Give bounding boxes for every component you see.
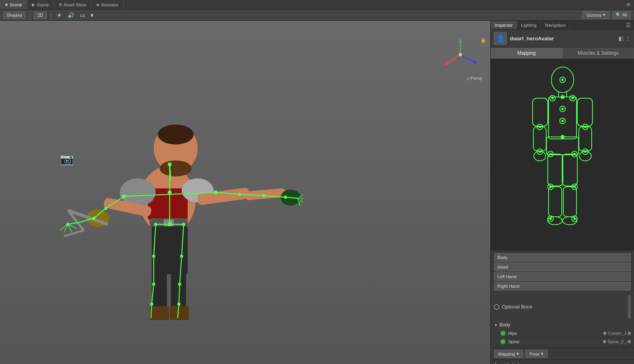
audio-icon[interactable]: 🔊 (66, 11, 76, 19)
svg-point-65 (182, 223, 185, 226)
tab-mapping[interactable]: Mapping (491, 47, 563, 59)
tab-animator[interactable]: ◈ Animator (91, 0, 124, 9)
svg-point-58 (104, 207, 107, 210)
sun-icon[interactable]: ☀ (55, 11, 63, 19)
pose-bottom-btn[interactable]: Pose ▾ (525, 350, 548, 358)
tab-scene[interactable]: ⊕ Scene (0, 0, 27, 9)
scene-background: 📷 (0, 21, 490, 364)
svg-rect-15 (150, 306, 169, 320)
gizmos-button[interactable]: Gizmos ▾ (582, 11, 610, 19)
mapping-bottom-label: Mapping (498, 352, 515, 356)
svg-point-104 (561, 135, 565, 139)
svg-point-81 (459, 53, 462, 56)
tab-inspector[interactable]: Inspector (491, 21, 517, 29)
mapping-dropdown-arrow: ▾ (517, 351, 519, 356)
spine-value-dot2 (628, 340, 631, 343)
svg-point-62 (262, 194, 265, 197)
svg-line-75 (448, 55, 460, 63)
tab-navigation-label: Navigation (545, 23, 566, 28)
hips-bone-row: Hips Center_J (494, 329, 631, 338)
options-button[interactable]: ⋮ (625, 35, 631, 42)
gizmos-label: Gizmos (586, 13, 601, 18)
tab-muscles[interactable]: Muscles & Settings (563, 47, 634, 59)
svg-point-116 (584, 150, 586, 153)
svg-point-100 (561, 79, 564, 81)
svg-point-69 (178, 283, 181, 286)
svg-point-64 (154, 223, 157, 226)
spine-bone-value: Spine_2_ (603, 339, 631, 344)
svg-point-63 (284, 196, 287, 199)
body-diagram (491, 59, 634, 251)
left-hand-button[interactable]: Left Hand (494, 272, 631, 281)
tab-lighting[interactable]: Lighting (517, 21, 541, 29)
body-button[interactable]: Body (494, 253, 631, 262)
asset-labels-title: Asset Labels (494, 362, 521, 364)
character-area (32, 41, 311, 344)
svg-point-122 (549, 186, 552, 188)
svg-rect-87 (533, 98, 548, 126)
character-svg (32, 41, 311, 344)
svg-point-110 (539, 126, 541, 128)
asset-store-icon: ⊞ (59, 2, 62, 7)
svg-point-112 (584, 126, 586, 128)
effects-icon[interactable]: ▭ (78, 11, 87, 19)
svg-point-60 (66, 223, 69, 226)
svg-point-68 (152, 283, 155, 286)
preview-button[interactable]: ◧ (618, 35, 624, 42)
avatar-name: dwarf_heroAvatar (510, 36, 554, 42)
right-panel: Inspector Lighting Navigation ☰ 👤 dwarf_… (490, 21, 634, 364)
body-diagram-svg (511, 63, 614, 247)
svg-point-120 (573, 153, 576, 155)
asset-labels: Asset Labels (491, 360, 634, 364)
svg-point-103 (561, 120, 564, 122)
svg-point-55 (168, 222, 172, 226)
bone-section-arrow: ▼ (494, 323, 498, 327)
bone-section-label: Body (499, 322, 510, 328)
bottom-panel: Mapping ▾ Pose ▾ (491, 348, 634, 360)
2d-button[interactable]: 2D (34, 12, 47, 19)
viewport[interactable]: 📷 (0, 21, 490, 364)
tab-muscles-label: Muscles & Settings (578, 50, 618, 56)
hips-bone-label: Hips (508, 331, 601, 336)
svg-line-78 (460, 55, 474, 61)
svg-point-56 (122, 194, 126, 198)
lock-icon: 🔒 (480, 38, 486, 43)
more-icon[interactable]: ▾ (89, 11, 95, 19)
svg-point-67 (180, 255, 183, 258)
head-button[interactable]: Head (494, 263, 631, 271)
pose-bottom-label: Pose (529, 352, 539, 356)
tab-asset-store[interactable]: ⊞ Asset Store (54, 0, 91, 9)
main-content: 📷 (0, 21, 634, 364)
optional-bone-label: Optional Bone (502, 304, 532, 310)
body-buttons: Body Head Left Hand Right Hand (491, 251, 634, 293)
right-hand-button[interactable]: Right Hand (494, 282, 631, 291)
tab-lighting-label: Lighting (521, 23, 537, 28)
svg-point-108 (571, 97, 574, 99)
perspective-label: ◁ Persp (466, 76, 482, 81)
optional-bone-circle (494, 304, 499, 310)
svg-point-101 (561, 95, 565, 99)
spine-bone-label: Spine (508, 339, 600, 344)
svg-rect-93 (548, 154, 563, 186)
tab-game[interactable]: ▶ Game (27, 0, 54, 9)
all-button[interactable]: 🔍 All (612, 11, 631, 19)
all-label: All (622, 12, 627, 17)
mapping-bottom-btn[interactable]: Mapping ▾ (494, 350, 523, 358)
svg-point-53 (168, 162, 172, 166)
svg-line-24 (64, 230, 84, 236)
shaded-button[interactable]: Shaded (3, 12, 26, 19)
svg-point-71 (177, 303, 180, 306)
search-icon-small: 🔍 (616, 12, 621, 17)
inspector-settings-button[interactable]: ☰ (626, 22, 631, 28)
viewport-gizmo[interactable]: y x z (442, 37, 478, 73)
spine-value-dot (603, 340, 606, 343)
pose-dropdown-arrow: ▾ (541, 351, 543, 356)
tab-navigation[interactable]: Navigation (541, 21, 570, 29)
layout-icon: ⊟ (626, 2, 630, 7)
svg-text:x: x (444, 62, 446, 66)
animator-icon: ◈ (96, 2, 99, 7)
svg-point-128 (573, 218, 576, 220)
top-tab-bar: ⊕ Scene ▶ Game ⊞ Asset Store ◈ Animator … (0, 0, 634, 10)
tab-animator-label: Animator (101, 2, 119, 7)
inspector-header: 👤 dwarf_heroAvatar ◧ ⋮ (491, 30, 634, 47)
